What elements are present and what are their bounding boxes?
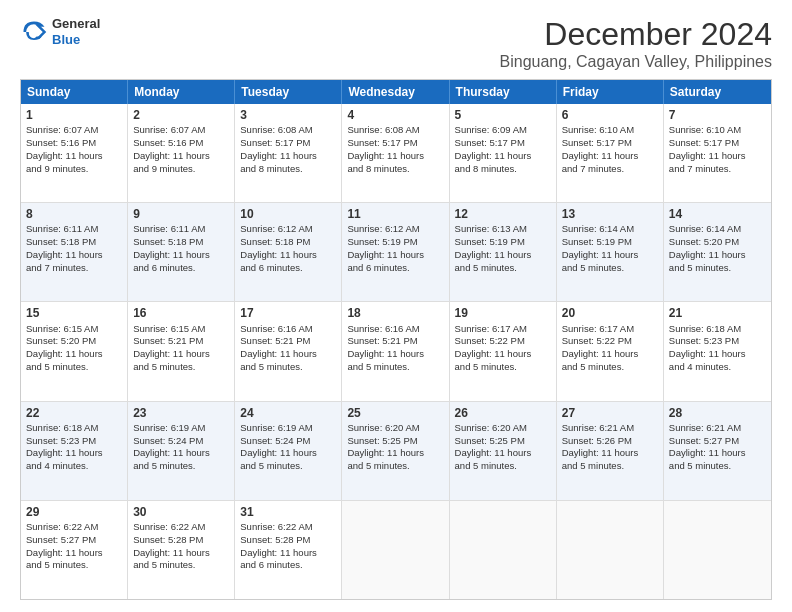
day-number: 29 xyxy=(26,504,122,520)
calendar-cell-30: 30Sunrise: 6:22 AMSunset: 5:28 PMDayligh… xyxy=(128,501,235,599)
sunrise-line: Sunrise: 6:10 AM xyxy=(562,124,634,135)
sunset-line: Sunset: 5:19 PM xyxy=(455,236,525,247)
calendar-cell-8: 8Sunrise: 6:11 AMSunset: 5:18 PMDaylight… xyxy=(21,203,128,301)
day-number: 30 xyxy=(133,504,229,520)
calendar-row-2: 8Sunrise: 6:11 AMSunset: 5:18 PMDaylight… xyxy=(21,203,771,302)
sunset-line: Sunset: 5:28 PM xyxy=(240,534,310,545)
sunrise-line: Sunrise: 6:13 AM xyxy=(455,223,527,234)
sunset-line: Sunset: 5:17 PM xyxy=(669,137,739,148)
daylight-value: and 6 minutes. xyxy=(347,262,409,273)
daylight-label: Daylight: 11 hours xyxy=(133,249,210,260)
daylight-value: and 5 minutes. xyxy=(133,460,195,471)
daylight-value: and 5 minutes. xyxy=(240,361,302,372)
sunrise-line: Sunrise: 6:17 AM xyxy=(455,323,527,334)
sunrise-line: Sunrise: 6:16 AM xyxy=(240,323,312,334)
header: General Blue December 2024 Binguang, Cag… xyxy=(20,16,772,71)
calendar-cell-19: 19Sunrise: 6:17 AMSunset: 5:22 PMDayligh… xyxy=(450,302,557,400)
sunrise-line: Sunrise: 6:12 AM xyxy=(240,223,312,234)
sunrise-line: Sunrise: 6:08 AM xyxy=(347,124,419,135)
daylight-value: and 7 minutes. xyxy=(669,163,731,174)
daylight-label: Daylight: 11 hours xyxy=(669,348,746,359)
sunset-line: Sunset: 5:20 PM xyxy=(26,335,96,346)
daylight-value: and 7 minutes. xyxy=(562,163,624,174)
calendar-cell-28: 28Sunrise: 6:21 AMSunset: 5:27 PMDayligh… xyxy=(664,402,771,500)
sunrise-line: Sunrise: 6:21 AM xyxy=(562,422,634,433)
daylight-label: Daylight: 11 hours xyxy=(26,150,103,161)
calendar-cell-empty xyxy=(450,501,557,599)
sunset-line: Sunset: 5:16 PM xyxy=(26,137,96,148)
day-number: 7 xyxy=(669,107,766,123)
sunrise-line: Sunrise: 6:12 AM xyxy=(347,223,419,234)
day-number: 12 xyxy=(455,206,551,222)
daylight-value: and 5 minutes. xyxy=(133,361,195,372)
daylight-label: Daylight: 11 hours xyxy=(455,249,532,260)
calendar-cell-18: 18Sunrise: 6:16 AMSunset: 5:21 PMDayligh… xyxy=(342,302,449,400)
sunset-line: Sunset: 5:18 PM xyxy=(26,236,96,247)
calendar-cell-15: 15Sunrise: 6:15 AMSunset: 5:20 PMDayligh… xyxy=(21,302,128,400)
daylight-value: and 7 minutes. xyxy=(26,262,88,273)
daylight-value: and 5 minutes. xyxy=(562,460,624,471)
daylight-value: and 5 minutes. xyxy=(562,361,624,372)
daylight-value: and 6 minutes. xyxy=(240,559,302,570)
sunset-line: Sunset: 5:25 PM xyxy=(347,435,417,446)
calendar-cell-1: 1Sunrise: 6:07 AMSunset: 5:16 PMDaylight… xyxy=(21,104,128,202)
calendar-cell-empty xyxy=(342,501,449,599)
daylight-label: Daylight: 11 hours xyxy=(455,348,532,359)
header-day-saturday: Saturday xyxy=(664,80,771,104)
day-number: 18 xyxy=(347,305,443,321)
daylight-label: Daylight: 11 hours xyxy=(347,150,424,161)
daylight-value: and 5 minutes. xyxy=(133,559,195,570)
calendar-cell-16: 16Sunrise: 6:15 AMSunset: 5:21 PMDayligh… xyxy=(128,302,235,400)
day-number: 16 xyxy=(133,305,229,321)
day-number: 28 xyxy=(669,405,766,421)
calendar-cell-21: 21Sunrise: 6:18 AMSunset: 5:23 PMDayligh… xyxy=(664,302,771,400)
calendar-cell-17: 17Sunrise: 6:16 AMSunset: 5:21 PMDayligh… xyxy=(235,302,342,400)
sunrise-line: Sunrise: 6:19 AM xyxy=(133,422,205,433)
sunset-line: Sunset: 5:24 PM xyxy=(133,435,203,446)
daylight-label: Daylight: 11 hours xyxy=(26,249,103,260)
daylight-label: Daylight: 11 hours xyxy=(26,447,103,458)
sunset-line: Sunset: 5:24 PM xyxy=(240,435,310,446)
sunrise-line: Sunrise: 6:20 AM xyxy=(455,422,527,433)
calendar-cell-13: 13Sunrise: 6:14 AMSunset: 5:19 PMDayligh… xyxy=(557,203,664,301)
calendar-cell-25: 25Sunrise: 6:20 AMSunset: 5:25 PMDayligh… xyxy=(342,402,449,500)
page: General Blue December 2024 Binguang, Cag… xyxy=(0,0,792,612)
daylight-label: Daylight: 11 hours xyxy=(669,447,746,458)
calendar-row-5: 29Sunrise: 6:22 AMSunset: 5:27 PMDayligh… xyxy=(21,501,771,599)
calendar-cell-6: 6Sunrise: 6:10 AMSunset: 5:17 PMDaylight… xyxy=(557,104,664,202)
main-title: December 2024 xyxy=(500,16,772,53)
logo: General Blue xyxy=(20,16,100,47)
daylight-value: and 5 minutes. xyxy=(347,460,409,471)
sunset-line: Sunset: 5:19 PM xyxy=(347,236,417,247)
sunrise-line: Sunrise: 6:11 AM xyxy=(133,223,205,234)
daylight-label: Daylight: 11 hours xyxy=(669,150,746,161)
daylight-value: and 8 minutes. xyxy=(455,163,517,174)
daylight-value: and 5 minutes. xyxy=(669,460,731,471)
daylight-label: Daylight: 11 hours xyxy=(240,547,317,558)
daylight-value: and 8 minutes. xyxy=(240,163,302,174)
sunrise-line: Sunrise: 6:17 AM xyxy=(562,323,634,334)
daylight-value: and 5 minutes. xyxy=(240,460,302,471)
sunrise-line: Sunrise: 6:19 AM xyxy=(240,422,312,433)
calendar-header: SundayMondayTuesdayWednesdayThursdayFrid… xyxy=(21,80,771,104)
daylight-value: and 5 minutes. xyxy=(347,361,409,372)
daylight-value: and 6 minutes. xyxy=(133,262,195,273)
day-number: 10 xyxy=(240,206,336,222)
sunrise-line: Sunrise: 6:14 AM xyxy=(562,223,634,234)
daylight-value: and 5 minutes. xyxy=(455,262,517,273)
daylight-label: Daylight: 11 hours xyxy=(347,447,424,458)
daylight-label: Daylight: 11 hours xyxy=(562,447,639,458)
calendar-cell-20: 20Sunrise: 6:17 AMSunset: 5:22 PMDayligh… xyxy=(557,302,664,400)
header-day-thursday: Thursday xyxy=(450,80,557,104)
logo-icon xyxy=(20,18,48,46)
daylight-value: and 5 minutes. xyxy=(26,361,88,372)
day-number: 31 xyxy=(240,504,336,520)
calendar-cell-4: 4Sunrise: 6:08 AMSunset: 5:17 PMDaylight… xyxy=(342,104,449,202)
header-day-wednesday: Wednesday xyxy=(342,80,449,104)
calendar-cell-11: 11Sunrise: 6:12 AMSunset: 5:19 PMDayligh… xyxy=(342,203,449,301)
sunset-line: Sunset: 5:17 PM xyxy=(240,137,310,148)
daylight-value: and 5 minutes. xyxy=(669,262,731,273)
header-day-friday: Friday xyxy=(557,80,664,104)
sunset-line: Sunset: 5:17 PM xyxy=(455,137,525,148)
sunset-line: Sunset: 5:20 PM xyxy=(669,236,739,247)
